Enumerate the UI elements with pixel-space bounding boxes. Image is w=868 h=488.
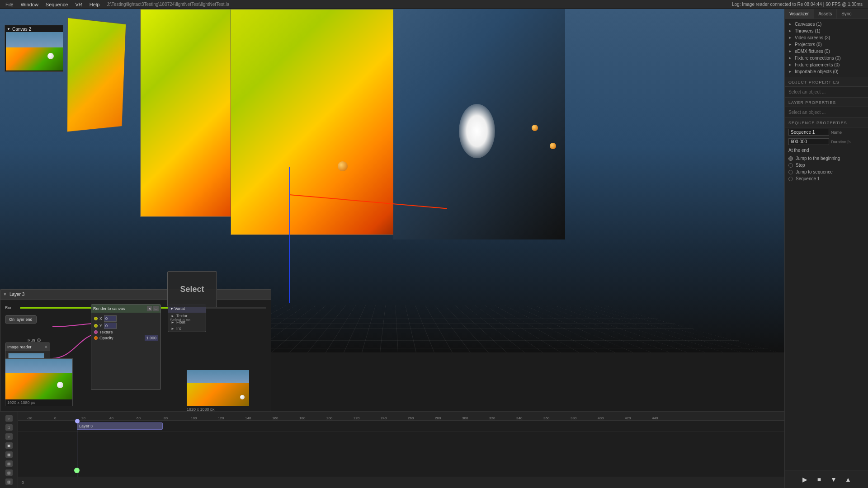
- tl-icon-8[interactable]: ▥: [5, 479, 13, 485]
- video-screens-label: Video screens (3): [795, 35, 830, 40]
- tl-icon-5[interactable]: ▦: [5, 451, 13, 458]
- ruler-mark-20: 20: [81, 416, 85, 420]
- tree-fixture-connections[interactable]: ► Fixture connections (0): [785, 55, 868, 61]
- canvas-panel-left[interactable]: [67, 18, 126, 132]
- ruler-mark-300: 300: [462, 416, 468, 420]
- render-close-btn[interactable]: ✕: [147, 306, 152, 311]
- radio-sequence1[interactable]: Sequence 1: [788, 175, 864, 182]
- ruler-mark-200: 200: [326, 416, 332, 420]
- timeline-track-area[interactable]: Layer 3: [18, 421, 784, 477]
- x-port-dot: [94, 317, 98, 320]
- orange-sphere: [338, 161, 348, 171]
- radio-jump-beginning[interactable]: Jump to the beginning: [788, 155, 864, 162]
- filter-button[interactable]: ▼: [829, 475, 838, 484]
- opacity-label: Opacity: [99, 336, 113, 340]
- menu-item-help[interactable]: Help: [86, 0, 104, 9]
- orange-sphere-small2: [550, 143, 556, 149]
- sequence-name-row: Name: [785, 127, 868, 137]
- node-editor[interactable]: ▼ Layer 3 Run: [0, 289, 271, 411]
- var-int-item[interactable]: ► Int: [168, 325, 206, 332]
- playback-controls: ▶ ■ ▼ ▲: [785, 470, 868, 488]
- stop-button[interactable]: ■: [815, 475, 824, 484]
- layer-properties-title: LAYER PROPERTIES: [785, 98, 868, 107]
- sequence-duration-input[interactable]: [788, 138, 829, 145]
- bottom-thumbnail[interactable]: 868 x 488 px: [5, 358, 73, 406]
- timeline-controls: ○ □ ○ ▣ ▦ ▤ ▧ ▥: [0, 412, 18, 488]
- render-thumb-label: 868 x 488 px: [187, 406, 250, 411]
- fixture-connections-label: Fixture connections (0): [795, 56, 841, 61]
- throwers-label: Throwers (1): [795, 28, 821, 33]
- timeline-area[interactable]: ○ □ ○ ▣ ▦ ▤ ▧ ▥ -20 0 20 40 60 80 100 12…: [0, 411, 784, 488]
- node-canvas[interactable]: Run On layer end Run: [0, 300, 271, 411]
- menu-bar: File Window Sequence VR Help J:\Testing\…: [0, 0, 868, 9]
- render-thumb-image: [187, 370, 249, 406]
- fixture-placements-label: Fixture placements (0): [795, 62, 840, 67]
- on-layer-end-node[interactable]: On layer end: [5, 315, 37, 324]
- canvas-panel-far-right[interactable]: [393, 9, 565, 239]
- image-reader-close[interactable]: ✕: [44, 345, 48, 349]
- flag-button[interactable]: ▲: [844, 475, 853, 484]
- sequence-name-label: Name: [831, 130, 842, 135]
- throwers-arrow: ►: [788, 29, 792, 33]
- play-button[interactable]: ▶: [800, 475, 809, 484]
- ruler-mark-100: 100: [191, 416, 197, 420]
- run-label: Run: [5, 305, 16, 310]
- timeline-ruler: -20 0 20 40 60 80 100 120 140 160 180 20…: [18, 412, 784, 421]
- timeline-track-1: Layer 3: [18, 421, 784, 432]
- menu-item-window[interactable]: Window: [17, 0, 42, 9]
- x-input[interactable]: [104, 315, 117, 322]
- canvas2-thumbnail[interactable]: ▼ Canvas 2: [5, 25, 63, 72]
- run-port-dot: [37, 338, 41, 342]
- on-layer-end-label: On layer end: [9, 317, 33, 322]
- render-expand-btn[interactable]: □: [153, 306, 159, 311]
- ruler-mark-420: 420: [625, 416, 631, 420]
- tl-icon-3[interactable]: ○: [5, 433, 13, 440]
- texture-field-row: Texture: [94, 330, 158, 334]
- radio-jump-sequence-label: Jump to sequence: [796, 169, 833, 174]
- tl-icon-7[interactable]: ▧: [5, 469, 13, 476]
- tree-video-screens[interactable]: ► Video screens (3): [785, 34, 868, 41]
- canvas-panel-right[interactable]: [231, 9, 407, 235]
- tab-visualizer[interactable]: Visualizer: [785, 9, 814, 19]
- render-to-canvas-node[interactable]: Render to canvas ✕ □ X: [91, 304, 161, 390]
- tree-projectors[interactable]: ► Projectors (0): [785, 41, 868, 48]
- timeline-bottom: 0: [18, 477, 784, 488]
- white-light: [459, 104, 495, 158]
- menu-item-file[interactable]: File: [2, 0, 17, 9]
- sequence-name-input[interactable]: [788, 129, 829, 136]
- tl-icon-6[interactable]: ▤: [5, 460, 13, 467]
- tree-throwers[interactable]: ► Throwers (1): [785, 28, 868, 34]
- tree-canvases[interactable]: ► Canvases (1): [785, 21, 868, 28]
- tree-fixture-placements[interactable]: ► Fixture placements (0): [785, 61, 868, 68]
- tree-edmx[interactable]: ► eDMX fixtures (0): [785, 48, 868, 55]
- radio-jump-sequence[interactable]: Jump to sequence: [788, 169, 864, 175]
- y-input[interactable]: [104, 323, 117, 329]
- tl-icon-2[interactable]: □: [5, 424, 13, 431]
- radio-stop-label: Stop: [796, 163, 805, 168]
- file-path: J:\Testing\lightact3Testing\180724\light…: [107, 2, 229, 7]
- layer3-track-block[interactable]: Layer 3: [77, 422, 163, 430]
- node-editor-title: Layer 3: [9, 292, 24, 297]
- tree-importable-objects[interactable]: ► Importable objects (0): [785, 68, 868, 75]
- canvas-panel-center[interactable]: [140, 9, 235, 217]
- menu-item-vr[interactable]: VR: [71, 0, 85, 9]
- bottom-thumb-label: 868 x 488 px: [5, 399, 72, 406]
- tl-icon-4[interactable]: ▣: [5, 442, 13, 449]
- tab-assets[interactable]: Assets: [814, 9, 837, 19]
- select-button[interactable]: Select: [180, 285, 204, 294]
- radio-sequence1-label: Sequence 1: [796, 176, 820, 181]
- radio-group: Jump to the beginning Stop Jump to seque…: [785, 154, 868, 183]
- radio-stop[interactable]: Stop: [788, 162, 864, 169]
- x-field-row: X: [94, 315, 158, 322]
- viewport-area[interactable]: ▼ Canvas 2 ▼ Layer 3: [0, 9, 784, 488]
- tl-icon-1[interactable]: ○: [5, 415, 13, 422]
- opacity-field-row: Opacity 1.000: [94, 335, 158, 341]
- tab-sync[interactable]: Sync: [837, 9, 856, 19]
- render-label: Render to canvas: [93, 306, 125, 311]
- menu-item-sequence[interactable]: Sequence: [42, 0, 72, 9]
- opacity-value: 1.000: [145, 335, 158, 341]
- sequence-properties-title: SEQUENCE PROPERTIES: [785, 118, 868, 127]
- timeline-scrubber[interactable]: [77, 421, 77, 477]
- radio-stop-circle: [788, 163, 793, 168]
- sequence-properties-section: SEQUENCE PROPERTIES Name Duration [s At …: [785, 118, 868, 488]
